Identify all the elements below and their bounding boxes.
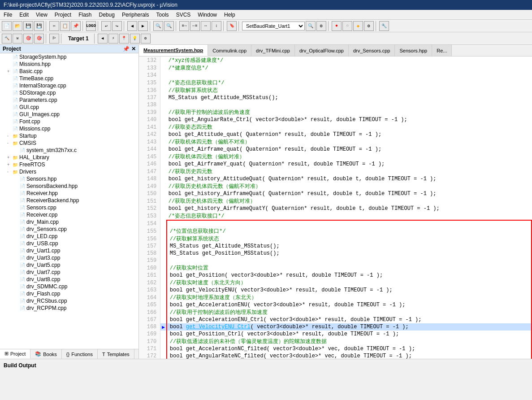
tree-item[interactable]: 📄TimeBase.cpp [0, 75, 138, 82]
nav-forward-button[interactable]: ▶ [138, 21, 148, 31]
tab-functions[interactable]: {} Functions [62, 349, 98, 359]
open-button[interactable]: 📂 [13, 21, 22, 31]
indent2-button[interactable]: ↔ [201, 21, 211, 31]
tree-item[interactable]: 📄Receiver.cpp [0, 211, 138, 218]
find2-button[interactable]: 🔍 [164, 21, 174, 31]
target-button[interactable]: 🎯 [23, 34, 33, 43]
tree-item[interactable]: -📁Drivers [0, 168, 138, 175]
tree-item[interactable]: +📄Basic.cpp [0, 68, 138, 75]
tree-item[interactable]: 📄Sensors.hpp [0, 175, 138, 183]
tree-item[interactable]: 📄GUI.cpp [0, 104, 138, 111]
file-tab-drv-TFMini-cpp[interactable]: drv_TFMini.cpp [251, 45, 295, 56]
stop-button[interactable]: ○ [342, 21, 352, 31]
tree-item[interactable]: 📄Missions.hpp [0, 61, 138, 68]
tree-item-label: Basic.cpp [19, 68, 43, 74]
tree-item[interactable]: 📄drv_RCSbus.cpp [0, 297, 138, 304]
tree-item[interactable]: 📄Parameters.cpp [0, 96, 138, 104]
target2-button[interactable]: 🎯 [34, 34, 44, 43]
tree-item[interactable]: 📄Sensors.cpp [0, 204, 138, 211]
tree-item[interactable]: 📄drv_SDMMC.cpp [0, 283, 138, 290]
cut-button[interactable]: ✂ [49, 21, 59, 31]
tab-books[interactable]: 📚 Books [30, 349, 62, 359]
tree-item[interactable]: 📄drv_Uart1.cpp [0, 247, 138, 254]
tree-item[interactable]: 📄SensorsBackend.hpp [0, 183, 138, 190]
new-button[interactable]: 📄 [2, 21, 12, 31]
menu-item-project[interactable]: Project [51, 11, 75, 19]
build2-button[interactable]: 🔨 [2, 34, 12, 43]
nav-back-button[interactable]: ◀ [127, 21, 137, 31]
tree-item[interactable]: 📄drv_Uart7.cpp [0, 269, 138, 276]
tree-item[interactable]: 📄drv_Main.cpp [0, 218, 138, 226]
tree-item[interactable]: 📄StorageSystem.hpp [0, 53, 138, 61]
save-button[interactable]: 💾 [23, 21, 33, 31]
redo-button[interactable]: ↪ [112, 21, 122, 31]
menu-item-peripherals[interactable]: Peripherals [118, 11, 153, 19]
indent3-button[interactable]: ↕ [212, 21, 221, 31]
tree-item[interactable]: 📄Missions.cpp [0, 125, 138, 132]
menu-item-flash[interactable]: Flash [75, 11, 95, 19]
nav-btn1[interactable]: ◀ [98, 34, 108, 43]
nav-btn5[interactable]: ⚙ [141, 34, 151, 43]
code-editor[interactable]: 132/*xyz传感器健康度*/133/*健康度信息*/134135/*姿态信息… [139, 57, 532, 359]
build3-button[interactable]: ⚒ [13, 34, 22, 43]
tree-item[interactable]: 📄drv_Sensors.cpp [0, 226, 138, 233]
menu-item-window[interactable]: Window [194, 11, 221, 19]
menu-item-edit[interactable]: Edit [16, 11, 32, 19]
menu-item-debug[interactable]: Debug [95, 11, 118, 19]
close-icon[interactable]: ✕ [131, 46, 136, 52]
tree-item[interactable]: +📁HAL_Library [0, 154, 138, 161]
tree-item[interactable]: +📁FreeRTOS [0, 161, 138, 168]
find-button[interactable]: 🔍 [153, 21, 163, 31]
tab-templates[interactable]: T Templates [98, 349, 134, 359]
pin-icon[interactable]: 📌 [123, 46, 130, 52]
nav-btn4[interactable]: 💡 [130, 34, 140, 43]
paste-button[interactable]: 📌 [71, 21, 81, 31]
debug-button[interactable]: ◆ [353, 21, 363, 31]
unindent-button[interactable]: ←≡ [190, 21, 200, 31]
line-content: bool get_AccelerationENU( vector3<double… [167, 301, 532, 309]
build-select[interactable]: SetBaudRate_Uart1 [242, 22, 305, 30]
menu-item-file[interactable]: File [0, 11, 16, 19]
undo-button[interactable]: ↩ [101, 21, 111, 31]
menu-item-tools[interactable]: Tools [153, 11, 173, 19]
tree-item[interactable]: 📄drv_Uart8.cpp [0, 276, 138, 283]
tree-item[interactable]: 📄GUI_Images.cpp [0, 111, 138, 118]
step-button[interactable]: ⚙ [364, 21, 374, 31]
tree-item[interactable]: 📄Font.cpp [0, 118, 138, 125]
nav-btn3[interactable]: 📍 [119, 34, 129, 43]
file-tab-MeasurementSystem-hpp[interactable]: MeasurementSystem.hpp [139, 45, 208, 56]
file-tab-drv-Sensors-cpp[interactable]: drv_Sensors.cpp [349, 45, 395, 56]
file-tab-Re---[interactable]: Re... [432, 45, 452, 56]
logo-button[interactable]: LOGO [86, 21, 96, 31]
save-all-button[interactable]: 💾 [34, 21, 44, 31]
tree-item[interactable]: 📄system_stm32h7xx.c [0, 147, 138, 154]
bookmark-button[interactable]: 🔖 [227, 21, 237, 31]
nav-btn2[interactable]: ⚡ [108, 34, 118, 43]
file-tab-Commulink-cpp[interactable]: Commulink.cpp [208, 45, 251, 56]
tree-item[interactable]: -📁Startup [0, 132, 138, 139]
copy-button[interactable]: 📋 [60, 21, 70, 31]
tree-item[interactable]: 📄Receiver.hpp [0, 190, 138, 197]
tree-item[interactable]: -📁CMSIS [0, 139, 138, 147]
tree-item[interactable]: 📄drv_RCPPM.cpp [0, 304, 138, 312]
tree-item[interactable]: 📄SDStorage.cpp [0, 89, 138, 96]
tab-project[interactable]: ⊞ Project [0, 349, 30, 359]
menu-item-help[interactable]: Help [221, 11, 239, 19]
indent-button[interactable]: ≡→ [179, 21, 189, 31]
tree-item[interactable]: 📄drv_Uart5.cpp [0, 261, 138, 269]
tree-item[interactable]: 📄ReceiverBackend.hpp [0, 197, 138, 204]
search2-button[interactable]: ⚙ [316, 21, 326, 31]
file-tab-Sensors-hpp[interactable]: Sensors.hpp [395, 45, 432, 56]
tree-item[interactable]: 📄drv_Flash.cpp [0, 290, 138, 297]
menu-item-view[interactable]: View [32, 11, 51, 19]
tree-item[interactable]: 📄drv_Uart3.cpp [0, 254, 138, 261]
flag-button[interactable]: 🏳 [49, 34, 59, 43]
tree-item[interactable]: 📄drv_LED.cpp [0, 233, 138, 240]
file-tab-drv-OpticalFlow-cpp[interactable]: drv_OpticalFlow.cpp [295, 45, 349, 56]
run-button[interactable]: ● [332, 21, 342, 31]
tree-item[interactable]: 📄drv_USB.cpp [0, 240, 138, 247]
tools-button[interactable]: 🔧 [379, 21, 389, 31]
menu-item-svcs[interactable]: SVCS [173, 11, 195, 19]
search1-button[interactable]: 🔍 [306, 21, 316, 31]
tree-item[interactable]: 📄InternalStorage.cpp [0, 82, 138, 89]
